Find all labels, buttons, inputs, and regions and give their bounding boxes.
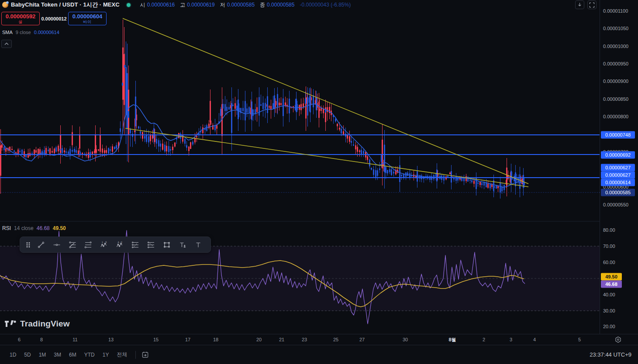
token-logo <box>2 2 8 8</box>
close-value: 0.00000585 <box>267 2 294 8</box>
download-icon <box>577 2 583 8</box>
rsi-axis-label: 30.00 <box>600 308 638 313</box>
range-button-1m[interactable]: 1M <box>35 350 50 360</box>
clock-timezone[interactable]: 23:37:44 UTC+9 <box>590 351 638 358</box>
go-to-date-button[interactable] <box>140 350 150 360</box>
axis-settings-icon[interactable] <box>614 336 622 344</box>
tool-trend-line-button[interactable] <box>33 238 49 251</box>
low-value: 0.00000585 <box>227 2 255 8</box>
trend-line-icon <box>37 241 45 249</box>
time-tick: 11 <box>72 337 77 342</box>
time-tick: 5 <box>578 337 581 342</box>
toolbar-divider <box>135 351 136 359</box>
rsi-badge: 46.68 <box>601 281 622 288</box>
sma-value: 0.00000614 <box>34 30 59 35</box>
open-value: 0.00000616 <box>147 2 175 8</box>
sma-params: 9 close <box>16 30 31 35</box>
svg-text:C: C <box>121 241 123 244</box>
price-axis-label: 0.00001050 <box>600 26 638 31</box>
rsi-axis-label: 80.00 <box>600 227 638 233</box>
tool-abc-correction-button[interactable]: AC <box>112 238 128 251</box>
time-tick: 27 <box>359 337 365 342</box>
range-button-1d[interactable]: 1D <box>6 350 20 360</box>
tool-short-position-button[interactable] <box>143 238 159 251</box>
range-button-6m[interactable]: 6M <box>65 350 80 360</box>
tool-long-position-button[interactable] <box>128 238 143 251</box>
rsi-name: RSI <box>2 225 11 231</box>
tool-elliott-impulse-wave-button[interactable]: 15 <box>96 238 112 251</box>
open-label: 시 <box>140 1 145 9</box>
close-label: 종 <box>260 1 265 9</box>
rsi-params: 14 close <box>14 225 34 231</box>
trade-panel: 0.00000592 셀 0.00000012 0.00000604 바이 <box>1 12 107 25</box>
fullscreen-icon <box>589 2 595 8</box>
short-position-icon <box>147 241 155 249</box>
market-status-dot[interactable] <box>127 3 131 7</box>
tradingview-mark-icon <box>4 319 17 329</box>
tool-fib-retracement-button[interactable] <box>65 238 80 251</box>
tool-text-button[interactable] <box>190 238 206 251</box>
time-tick: 8 <box>40 337 43 342</box>
range-button-전체[interactable]: 전체 <box>113 349 131 360</box>
rsi-legend[interactable]: RSI 14 close 46.68 49.50 <box>2 225 66 231</box>
bottom-toolbar: 1D5D1M3M6MYTD1Y전체 23:37:44 UTC+9 <box>0 345 638 364</box>
rsi-axis-label: 20.00 <box>600 324 638 329</box>
price-axis[interactable]: 0.000011000.000010500.000010000.00000950… <box>600 0 638 345</box>
tradingview-logo[interactable]: TradingView <box>4 319 70 329</box>
download-button[interactable] <box>575 0 584 9</box>
time-tick: 2 <box>483 337 485 342</box>
collapse-legend-button[interactable] <box>1 40 12 48</box>
rsi-axis-label: 60.00 <box>600 260 638 265</box>
rsi-value: 46.68 <box>37 225 50 231</box>
tool-horizontal-line-button[interactable] <box>49 238 65 251</box>
ohlc-readout: 시 0.00000616 고 0.00000619 저 0.00000585 종… <box>137 1 351 9</box>
rectangle-icon <box>163 241 171 249</box>
chart-canvas[interactable] <box>0 10 600 334</box>
time-tick: 8월 <box>448 337 456 343</box>
time-axis[interactable]: 6811131517182021232527308월2345 <box>0 334 638 345</box>
svg-text:1: 1 <box>102 241 103 244</box>
time-tick: 20 <box>256 337 262 342</box>
change-value: -0.00000043 (-6.85%) <box>300 2 351 8</box>
toolbar-drag-handle[interactable] <box>24 238 33 251</box>
anchored-text-icon <box>179 241 186 249</box>
tradingview-logo-text: TradingView <box>20 319 70 329</box>
range-button-3m[interactable]: 3M <box>50 350 65 360</box>
price-badge: 0.00000748 <box>601 131 635 139</box>
price-axis-label: 0.00000550 <box>600 202 638 207</box>
sell-price: 0.00000592 <box>2 13 39 20</box>
range-button-ytd[interactable]: YTD <box>80 350 99 360</box>
price-badge: 0.00000692 <box>601 151 635 159</box>
text-icon <box>194 241 202 249</box>
tool-rectangle-button[interactable] <box>159 238 175 251</box>
symbol-title[interactable]: BabyChita Token / USDT · 1시간 · MEXC <box>11 1 120 9</box>
range-button-5d[interactable]: 5D <box>20 350 34 360</box>
fullscreen-button[interactable] <box>587 0 597 9</box>
time-tick: 30 <box>403 337 408 342</box>
time-tick: 15 <box>153 337 159 342</box>
sell-label: 셀 <box>2 20 39 24</box>
time-tick: 21 <box>279 337 284 342</box>
time-tick: 13 <box>108 337 114 342</box>
buy-button[interactable]: 0.00000604 바이 <box>68 12 107 25</box>
price-axis-label: 0.00000900 <box>600 79 638 84</box>
fib-channel-icon <box>84 241 92 249</box>
price-axis-label: 0.00000850 <box>600 96 638 102</box>
buy-label: 바이 <box>69 20 106 24</box>
horizontal-line-icon <box>53 241 61 249</box>
spread-value: 0.00000012 <box>40 16 68 21</box>
price-axis-label: 0.00000800 <box>600 114 638 119</box>
price-badge: 0.00000585 <box>601 189 635 196</box>
time-tick: 23 <box>302 337 307 342</box>
time-tick: 3 <box>510 337 512 342</box>
range-button-1y[interactable]: 1Y <box>99 350 113 360</box>
time-tick: 17 <box>185 337 190 342</box>
time-tick: 6 <box>18 337 21 342</box>
time-tick: 4 <box>533 337 536 342</box>
sma-legend[interactable]: SMA 9 close 0.00000614 <box>2 30 59 35</box>
high-value: 0.00000619 <box>187 2 214 8</box>
tool-fib-channel-button[interactable] <box>80 238 96 251</box>
tool-anchored-text-button[interactable] <box>175 238 190 251</box>
rsi-badge: 49.50 <box>601 273 622 281</box>
sell-button[interactable]: 0.00000592 셀 <box>1 12 40 25</box>
